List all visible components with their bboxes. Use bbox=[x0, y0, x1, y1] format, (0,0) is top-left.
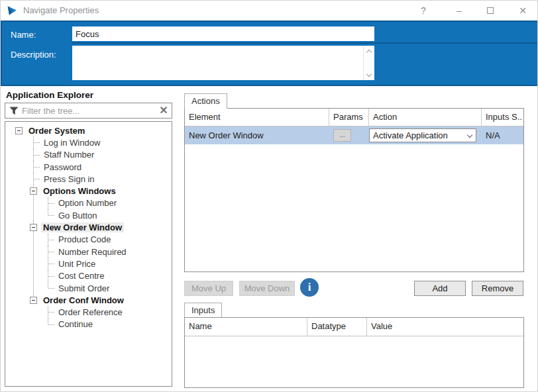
title-bar: Navigate Properties ? – ✕ bbox=[1, 1, 538, 21]
tree-item-order-system[interactable]: Order System bbox=[15, 124, 172, 136]
scroll-up-icon[interactable] bbox=[364, 46, 374, 56]
tree-item-label: Order System bbox=[27, 126, 87, 136]
column-header-action: Action bbox=[369, 109, 482, 126]
actions-table: Element Params Action Inputs S.. New Ord… bbox=[184, 108, 524, 272]
tree-item-continue[interactable]: Continue bbox=[44, 318, 172, 330]
description-input[interactable] bbox=[72, 46, 363, 80]
description-scrollbar[interactable] bbox=[363, 46, 374, 80]
description-field bbox=[72, 46, 374, 80]
collapse-toggle-icon[interactable] bbox=[15, 127, 23, 134]
chevron-down-icon[interactable] bbox=[463, 129, 476, 142]
actions-table-header: Element Params Action Inputs S.. bbox=[185, 109, 523, 126]
tree-item-cost-centre[interactable]: Cost Centre bbox=[44, 270, 172, 282]
tree-item-submit-order[interactable]: Submit Order bbox=[44, 282, 172, 294]
action-dropdown[interactable]: Activate Application bbox=[369, 128, 476, 142]
tree-item-label: Order Reference bbox=[56, 307, 125, 317]
properties-header: Name: Description: bbox=[1, 21, 538, 86]
tree-item-label: Number Required bbox=[56, 247, 129, 257]
tree-item-label: Staff Number bbox=[42, 150, 96, 160]
tree-item-staff-number[interactable]: Staff Number bbox=[30, 149, 172, 161]
name-label: Name: bbox=[11, 30, 36, 40]
clear-filter-icon[interactable]: ✕ bbox=[156, 103, 172, 118]
tree-item-label: Submit Order bbox=[56, 283, 111, 293]
move-up-button[interactable]: Move Up bbox=[184, 281, 233, 296]
tree-item-go-button[interactable]: Go Button bbox=[44, 209, 172, 221]
column-header-inputs-set: Inputs S.. bbox=[482, 109, 523, 126]
tree-filter: ✕ bbox=[5, 103, 172, 119]
minimize-icon[interactable]: – bbox=[449, 3, 469, 18]
window-title: Navigate Properties bbox=[23, 5, 99, 15]
tree-item-product-code[interactable]: Product Code bbox=[44, 234, 172, 246]
column-header-name: Name bbox=[185, 318, 307, 336]
tree-item-label: New Order Window bbox=[41, 222, 124, 232]
remove-button[interactable]: Remove bbox=[472, 281, 523, 296]
column-header-value: Value bbox=[367, 318, 523, 336]
application-tree: Order SystemLog in WindowStaff NumberPas… bbox=[5, 121, 172, 387]
row-inputs-set-cell: N/A bbox=[482, 126, 523, 144]
tree-item-label: Product Code bbox=[56, 234, 113, 244]
move-down-button[interactable]: Move Down bbox=[239, 281, 295, 296]
tree-item-label: Cost Centre bbox=[56, 271, 106, 281]
tree-item-label: Log in Window bbox=[42, 138, 102, 148]
tree-item-label: Order Conf Window bbox=[41, 295, 126, 305]
help-icon[interactable]: ? bbox=[413, 3, 433, 18]
tree-item-option-number[interactable]: Option Number bbox=[44, 197, 172, 209]
tree-item-label: Continue bbox=[56, 319, 95, 329]
tree-item-label: Option Number bbox=[56, 198, 119, 208]
tree-filter-input[interactable] bbox=[22, 106, 156, 116]
description-label: Description: bbox=[11, 50, 56, 60]
tree-item-label: Options Windows bbox=[41, 186, 118, 196]
inputs-table-header: Name Datatype Value bbox=[185, 318, 523, 336]
tree-item-new-order-window[interactable]: New Order Window bbox=[30, 221, 172, 233]
name-input[interactable] bbox=[72, 26, 374, 41]
tree-item-order-reference[interactable]: Order Reference bbox=[44, 306, 172, 318]
filter-icon bbox=[9, 107, 19, 115]
tree-item-number-required[interactable]: Number Required bbox=[44, 246, 172, 258]
add-button[interactable]: Add bbox=[414, 281, 466, 296]
scroll-down-icon[interactable] bbox=[364, 70, 374, 80]
collapse-toggle-icon[interactable] bbox=[30, 187, 37, 195]
column-header-datatype: Datatype bbox=[307, 318, 367, 336]
tab-inputs[interactable]: Inputs bbox=[184, 303, 222, 317]
tree-item-order-conf-window[interactable]: Order Conf Window bbox=[30, 294, 172, 306]
params-button[interactable]: ... bbox=[333, 129, 351, 142]
application-explorer-title: Application Explorer bbox=[6, 90, 93, 100]
tree-item-label: Unit Price bbox=[56, 259, 97, 269]
tree-item-press-sign-in[interactable]: Press Sign in bbox=[30, 173, 172, 185]
action-dropdown-value: Activate Application bbox=[370, 130, 463, 140]
column-header-params: Params bbox=[329, 109, 369, 126]
row-element-cell[interactable]: New Order Window bbox=[185, 126, 329, 144]
inputs-table: Name Datatype Value bbox=[184, 317, 524, 388]
table-row[interactable]: New Order Window ... Activate Applicatio… bbox=[185, 126, 523, 144]
tree-item-options-windows[interactable]: Options Windows bbox=[30, 185, 172, 197]
close-icon[interactable]: ✕ bbox=[513, 3, 533, 18]
tree-item-unit-price[interactable]: Unit Price bbox=[44, 258, 172, 270]
collapse-toggle-icon[interactable] bbox=[30, 224, 37, 231]
tree-item-label: Press Sign in bbox=[42, 174, 97, 184]
navigate-properties-dialog: Navigate Properties ? – ✕ Name: Descript… bbox=[0, 0, 538, 392]
info-icon[interactable]: i bbox=[300, 278, 319, 297]
collapse-toggle-icon[interactable] bbox=[30, 297, 37, 304]
maximize-icon[interactable] bbox=[480, 3, 500, 18]
blue-prism-logo-icon bbox=[6, 5, 18, 17]
tab-actions[interactable]: Actions bbox=[184, 93, 227, 109]
tree-item-log-in-window[interactable]: Log in Window bbox=[30, 136, 172, 148]
tree-item-label: Go Button bbox=[56, 211, 99, 220]
column-header-element: Element bbox=[185, 109, 329, 126]
tree-item-password[interactable]: Password bbox=[30, 161, 172, 173]
header-divider bbox=[72, 42, 537, 44]
tree-item-label: Password bbox=[42, 162, 83, 172]
